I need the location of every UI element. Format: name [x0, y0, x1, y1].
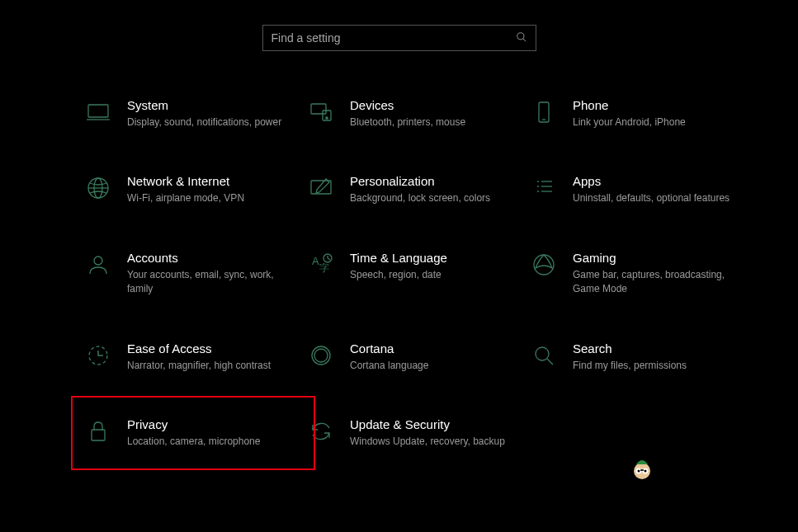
svg-rect-12: [311, 181, 331, 194]
tile-title: System: [127, 98, 304, 112]
tile-phone[interactable]: Phone Link your Android, iPhone: [528, 97, 751, 131]
tile-title: Privacy: [127, 417, 304, 431]
tile-title: Accounts: [127, 251, 304, 265]
devices-icon: [307, 98, 335, 126]
tile-desc: Game bar, captures, broadcasting, Game M…: [573, 268, 749, 297]
tile-time-language[interactable]: A字 Time & Language Speech, region, date: [305, 249, 528, 299]
tile-desc: Display, sound, notifications, power: [127, 115, 304, 129]
svg-text:A: A: [312, 255, 319, 267]
privacy-icon: [84, 417, 112, 445]
search-tile-icon: [530, 341, 558, 370]
tile-title: Personalization: [350, 174, 526, 188]
gaming-icon: [530, 251, 558, 279]
tile-system[interactable]: System Display, sound, notifications, po…: [83, 97, 305, 131]
svg-point-0: [517, 32, 523, 39]
tile-search[interactable]: Search Find my files, permissions: [528, 340, 751, 374]
personalization-icon: [307, 174, 335, 202]
tile-network[interactable]: Network & Internet Wi-Fi, airplane mode,…: [83, 172, 305, 207]
tile-desc: Speech, region, date: [350, 268, 526, 282]
svg-text:字: 字: [319, 262, 329, 274]
tile-update-security[interactable]: Update & Security Windows Update, recove…: [305, 416, 528, 450]
svg-line-1: [522, 38, 526, 41]
tile-desc: Cortana language: [350, 359, 526, 373]
tile-cortana[interactable]: Cortana Cortana language: [305, 340, 528, 374]
svg-point-35: [638, 470, 640, 473]
svg-line-24: [328, 258, 330, 260]
tile-title: Phone: [573, 98, 749, 112]
tile-devices[interactable]: Devices Bluetooth, printers, mouse: [305, 97, 528, 131]
tile-desc: Link your Android, iPhone: [573, 115, 749, 129]
tile-desc: Uninstall, defaults, optional features: [573, 191, 749, 205]
svg-line-30: [547, 359, 553, 365]
tile-gaming[interactable]: Gaming Game bar, captures, broadcasting,…: [528, 249, 751, 299]
system-icon: [84, 98, 112, 126]
tile-title: Devices: [350, 98, 526, 112]
search-input[interactable]: [272, 31, 516, 45]
mascot-icon: [626, 453, 658, 484]
tile-title: Ease of Access: [127, 341, 304, 355]
svg-point-36: [645, 470, 647, 473]
svg-rect-2: [88, 105, 108, 117]
tile-accounts[interactable]: Accounts Your accounts, email, sync, wor…: [83, 249, 305, 299]
tile-desc: Find my files, permissions: [573, 359, 749, 373]
search-icon: [516, 31, 527, 45]
accounts-icon: [84, 251, 112, 279]
tile-desc: Narrator, magnifier, high contrast: [127, 359, 304, 373]
tile-title: Update & Security: [350, 417, 526, 431]
svg-point-6: [326, 117, 328, 119]
phone-icon: [530, 98, 558, 126]
tile-title: Search: [573, 341, 749, 355]
tile-ease-of-access[interactable]: Ease of Access Narrator, magnifier, high…: [83, 340, 305, 374]
tile-desc: Background, lock screen, colors: [350, 191, 526, 205]
svg-point-29: [536, 347, 549, 360]
tile-desc: Location, camera, microphone: [127, 435, 304, 449]
time-language-icon: A字: [307, 251, 335, 279]
apps-icon: [530, 174, 558, 202]
svg-rect-31: [92, 430, 105, 440]
svg-rect-37: [640, 469, 644, 471]
settings-grid: System Display, sound, notifications, po…: [0, 97, 798, 450]
svg-rect-4: [311, 104, 326, 114]
tile-desc: Windows Update, recovery, backup: [350, 435, 526, 449]
tile-privacy[interactable]: Privacy Location, camera, microphone: [71, 396, 315, 470]
tile-apps[interactable]: Apps Uninstall, defaults, optional featu…: [528, 172, 751, 207]
network-icon: [84, 174, 112, 202]
ease-of-access-icon: [84, 341, 112, 370]
tile-title: Time & Language: [350, 251, 526, 265]
tile-title: Gaming: [573, 251, 749, 265]
cortana-icon: [307, 341, 335, 370]
tile-desc: Wi-Fi, airplane mode, VPN: [127, 191, 304, 205]
tile-desc: Your accounts, email, sync, work, family: [127, 268, 304, 297]
tile-title: Apps: [573, 174, 749, 188]
search-box[interactable]: [262, 25, 536, 51]
tile-desc: Bluetooth, printers, mouse: [350, 115, 526, 129]
svg-point-19: [94, 257, 102, 265]
svg-point-28: [314, 349, 328, 362]
tile-title: Network & Internet: [127, 174, 304, 188]
tile-personalization[interactable]: Personalization Background, lock screen,…: [305, 172, 528, 207]
tile-title: Cortana: [350, 341, 526, 355]
